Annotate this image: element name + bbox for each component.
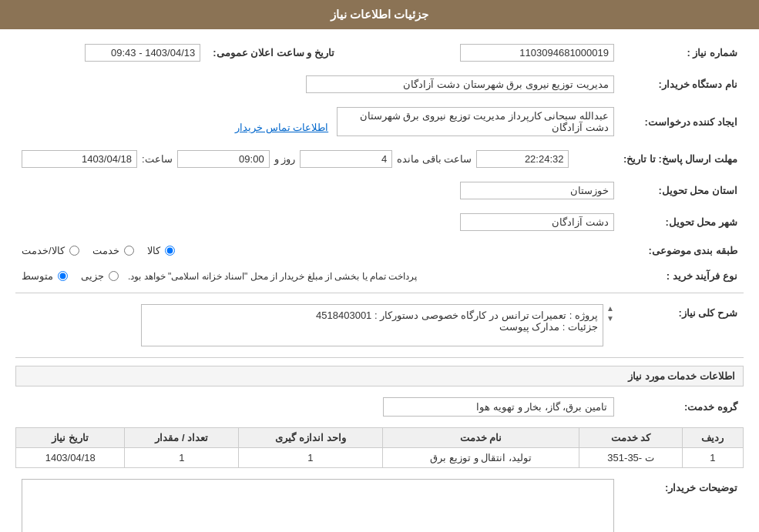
category-label: طبقه بندی موضوعی: [620,242,744,259]
buyer-notes-label: توضیحات خریدار: [620,476,744,532]
deadline-date: 1403/04/18 [22,150,137,168]
cell-row: 1 [682,448,743,468]
purchase-type-medium[interactable]: متوسط [22,270,69,282]
description-sub: جزئیات : مدارک پیوست [146,321,598,333]
col-header-date: تاریخ نیاز [16,428,125,448]
category-service[interactable]: خدمت [92,245,136,256]
creator-label: ایجاد کننده درخواست: [620,104,744,139]
buyer-org-label: نام دستگاه خریدار: [620,72,744,96]
col-header-name: نام خدمت [382,428,579,448]
col-header-row: ردیف [682,428,743,448]
scroll-up-icon[interactable]: ▲ [606,304,614,313]
buyer-org-value: مدیریت توزیع نیروی برق شهرستان دشت آزادگ… [306,75,614,93]
cell-code: ت -35-351 [579,448,682,468]
col-header-code: کد خدمت [579,428,682,448]
city-label: شهر محل تحویل: [620,210,744,234]
announce-date-label: تاریخ و ساعت اعلان عمومی: [207,41,341,65]
services-table: ردیف کد خدمت نام خدمت واحد اندازه گیری ت… [15,427,744,468]
service-group-value: تامین برق، گاز، بخار و تهویه هوا [383,397,614,417]
buyer-notes-textarea[interactable] [22,479,614,532]
scroll-down-icon[interactable]: ▼ [606,314,614,323]
city-value: دشت آزادگان [460,213,614,231]
category-kala[interactable]: کالا [147,245,176,256]
deadline-day-label: روز و [274,153,296,165]
col-header-qty: تعداد / مقدار [125,428,239,448]
deadline-time: 09:00 [177,150,270,168]
cell-qty: 1 [125,448,239,468]
deadline-time-label: ساعت: [142,153,173,165]
province-label: استان محل تحویل: [620,179,744,202]
deadline-days: 4 [300,150,392,168]
col-header-unit: واحد اندازه گیری [239,428,382,448]
description-label: شرح کلی نیاز: [620,301,744,350]
announce-date-value: 1403/04/13 - 09:43 [85,44,200,62]
contact-link[interactable]: اطلاعات تماس خریدار [235,122,328,133]
province-value: خوزستان [460,182,614,199]
deadline-remaining-label: ساعت باقی مانده [397,153,472,165]
category-kala-service[interactable]: کالا/خدمت [22,245,81,256]
cell-name: تولید، انتقال و توزیع برق [382,448,579,468]
scroll-arrows[interactable]: ▲ ▼ [606,304,614,323]
purchase-note: پرداخت تمام یا بخشی از مبلغ خریدار از مح… [128,271,417,282]
description-box: پروژه : تعمیرات ترانس در کارگاه خصوصی دس… [141,304,603,346]
purchase-type-label: نوع فرآیند خرید : [620,267,744,285]
response-deadline-label: مهلت ارسال پاسخ: تا تاریخ: [617,147,744,171]
need-number-label: شماره نیاز : [620,41,744,65]
service-group-label: گروه خدمت: [620,394,744,420]
deadline-remaining: 22:24:32 [476,150,569,168]
page-header: جزئیات اطلاعات نیاز [0,0,759,29]
creator-value: عبدالله سبحانی کارپرداز مدیریت توزیع نیر… [337,107,614,136]
cell-unit: 1 [239,448,382,468]
table-row: 1 ت -35-351 تولید، انتقال و توزیع برق 1 … [16,448,744,468]
services-section-title: اطلاعات خدمات مورد نیاز [15,366,744,386]
purchase-type-partial[interactable]: جزیی [81,270,120,282]
need-number-value: 1103094681000019 [460,44,614,62]
description-text: پروژه : تعمیرات ترانس در کارگاه خصوصی دس… [146,309,598,321]
cell-date: 1403/04/18 [16,448,125,468]
page-title: جزئیات اطلاعات نیاز [331,8,428,21]
